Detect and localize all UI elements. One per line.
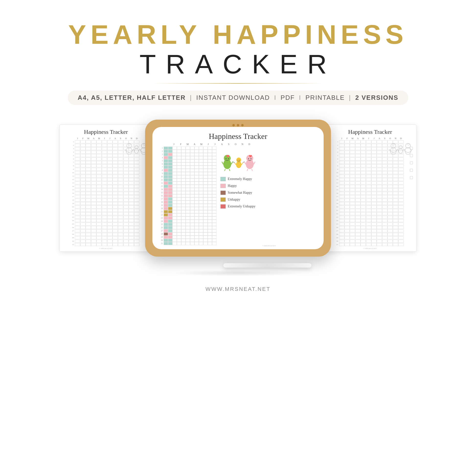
- right-grid: 1234567891011121314151617181920212223242…: [333, 140, 413, 246]
- grid-row: 13: [69, 181, 149, 185]
- svg-point-24: [225, 158, 226, 159]
- svg-point-25: [228, 158, 229, 159]
- svg-line-23: [229, 169, 230, 171]
- grid-row: 21: [69, 209, 149, 212]
- month-j1: J: [75, 137, 80, 140]
- subtitle-bar: A4, A5, LETTER, HALF LETTER | INSTANT DO…: [68, 90, 408, 105]
- right-watermark: © MRSNEAT.NET: [363, 248, 377, 250]
- left-sheet: Happiness Tracker J F M A M J J A S O N …: [59, 124, 153, 252]
- grid-row: 9: [69, 168, 149, 171]
- grid-row: 13: [333, 181, 413, 185]
- svg-line-58: [397, 150, 399, 150]
- grid-row: 15: [333, 188, 413, 191]
- svg-point-0: [126, 148, 132, 154]
- month-a1: A: [91, 137, 96, 140]
- grid-row: 12: [69, 178, 149, 181]
- tablet-pencil: [223, 263, 311, 268]
- legend-label-extremely-happy: Extremely Happy: [228, 177, 252, 181]
- grid-row: 12: [333, 178, 413, 181]
- right-sheet: Happiness Tracker J F M A M J J A S O N …: [323, 124, 417, 252]
- grid-row: 15: [69, 188, 149, 191]
- svg-line-2: [125, 149, 126, 151]
- svg-point-30: [238, 160, 238, 161]
- svg-line-37: [252, 169, 253, 171]
- grid-row: 22: [69, 212, 149, 215]
- right-checkboxes: [410, 147, 413, 179]
- legend-label-extremely-unhappy: Extremely Unhappy: [228, 204, 255, 208]
- grid-row: 30: [69, 239, 149, 243]
- grid-row: 9: [333, 168, 413, 171]
- tablet-camera: [232, 124, 244, 126]
- grid-row: 10: [333, 171, 413, 174]
- svg-line-22: [224, 169, 225, 171]
- right-characters: [389, 137, 413, 155]
- grid-row: 14: [333, 185, 413, 188]
- grid-row: 18: [69, 198, 149, 202]
- legend-label-happy: Happy: [228, 184, 237, 188]
- month-a2: A: [113, 137, 118, 140]
- header: YEARLY HAPPINESS TRACKER A4, A5, LETTER,…: [68, 19, 408, 105]
- month-f: F: [80, 137, 85, 140]
- legend-happy: Happy: [221, 184, 255, 188]
- left-sheet-title: Happiness Tracker: [63, 129, 149, 135]
- grid-row: 24: [333, 219, 413, 222]
- svg-line-40: [233, 162, 235, 163]
- grid-row: 17: [333, 195, 413, 198]
- grid-row: 31: [69, 243, 149, 246]
- grid-row: 17: [69, 195, 149, 198]
- tablet-title: Happiness Tracker: [158, 132, 318, 141]
- grid-row: 11: [333, 174, 413, 178]
- month-s: S: [118, 137, 123, 140]
- grid-row: 8: [69, 164, 149, 167]
- tablet-watermark: © MRSNEAT.NET: [221, 245, 318, 247]
- grid-row: 20: [333, 205, 413, 208]
- svg-line-34: [244, 162, 246, 164]
- pipe2: I: [274, 94, 279, 101]
- pipe4: |: [349, 94, 354, 101]
- svg-line-3: [132, 149, 133, 151]
- title-yearly: YEARLY HAPPINESS: [68, 19, 408, 49]
- camera-dot-1: [232, 124, 235, 126]
- tablet: Happiness Tracker J F M A M J J A S O N …: [145, 119, 331, 256]
- grid-row: 25: [333, 222, 413, 225]
- grid-row: 10: [69, 171, 149, 174]
- grid-row: 19: [333, 202, 413, 205]
- svg-line-54: [404, 149, 405, 151]
- subtitle-pdf: PDF: [281, 94, 295, 101]
- grid-row: 18: [333, 198, 413, 202]
- svg-line-12: [140, 149, 141, 151]
- footer: WWW.MRSNEAT.NET: [205, 286, 271, 302]
- subtitle-printable: PRINTABLE: [306, 94, 345, 101]
- svg-line-28: [235, 163, 236, 165]
- svg-line-46: [391, 154, 392, 154]
- legend-label-unhappy: Unhappy: [228, 198, 240, 202]
- svg-line-35: [254, 162, 255, 164]
- svg-line-21: [231, 162, 233, 164]
- right-sheet-title: Happiness Tracker: [327, 129, 413, 135]
- grid-row: 27: [69, 229, 149, 232]
- grid-row: 28: [333, 233, 413, 236]
- pipe1: |: [190, 94, 194, 101]
- tablet-wrapper: Happiness Tracker J F M A M J J A S O N …: [145, 119, 331, 256]
- left-watermark: © MRSNEAT.NET: [99, 248, 113, 250]
- tablet-month-row: J F M A M J J A S O N D: [165, 143, 318, 146]
- subtitle-sizes: A4, A5, LETTER, HALF LETTER: [78, 94, 186, 101]
- grid-row: 29: [333, 236, 413, 239]
- grid-row: 21: [333, 209, 413, 212]
- legend-label-somewhat-happy: Somewhat Happy: [228, 191, 252, 195]
- svg-line-20: [222, 162, 223, 164]
- grid-row: 14: [69, 185, 149, 188]
- tablet-content: 1234567891011121314151617181920212223242…: [158, 147, 318, 247]
- grid-row: 11: [69, 174, 149, 178]
- gold-divider: [153, 83, 323, 84]
- month-m2: M: [96, 137, 102, 140]
- svg-line-29: [241, 163, 243, 165]
- svg-point-49: [399, 149, 403, 153]
- grid-row: 23: [69, 216, 149, 219]
- grid-row: 19: [69, 202, 149, 205]
- svg-point-27: [236, 161, 241, 168]
- grid-row: 26: [69, 226, 149, 229]
- svg-line-5: [131, 154, 131, 154]
- svg-line-14: [142, 154, 142, 154]
- grid-row: 6: [69, 157, 149, 160]
